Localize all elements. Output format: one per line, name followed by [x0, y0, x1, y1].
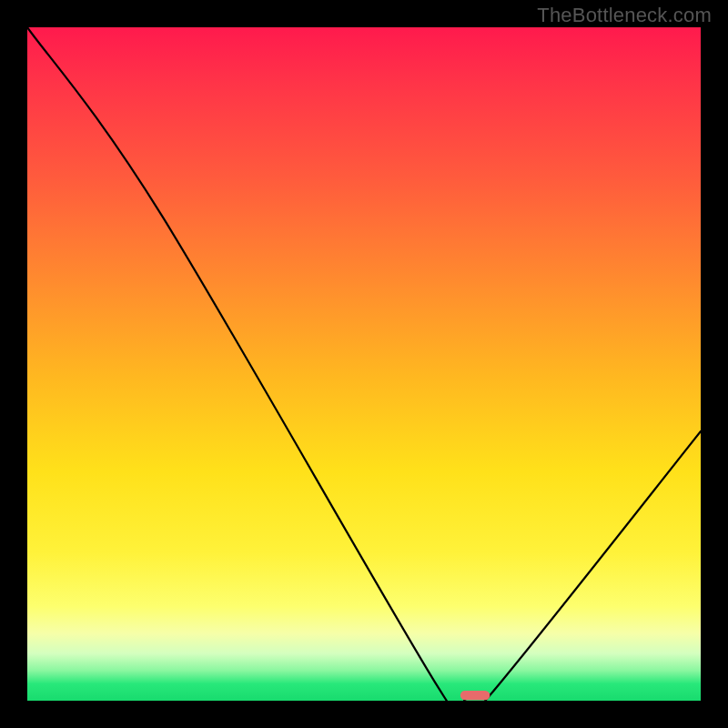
chart-frame: TheBottleneck.com	[0, 0, 728, 728]
watermark-text: TheBottleneck.com	[537, 4, 712, 27]
plot-area	[27, 27, 701, 701]
curve-layer	[27, 27, 701, 701]
bottleneck-curve	[27, 27, 701, 701]
optimal-marker	[460, 691, 490, 700]
